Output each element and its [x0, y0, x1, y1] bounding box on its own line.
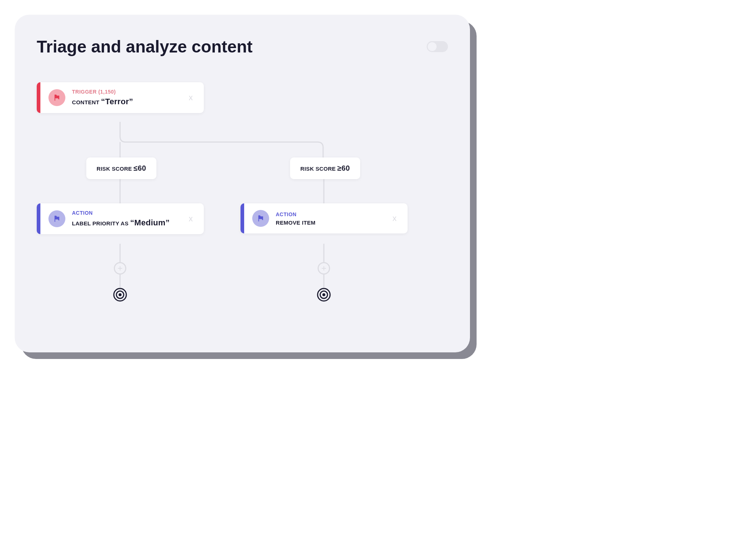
- flag-icon: [252, 210, 269, 227]
- action-left-value: “Medium”: [130, 218, 170, 227]
- card-text: ACTION LABEL PRIORITY AS “Medium”: [72, 210, 179, 228]
- page-title: Triage and analyze content: [37, 37, 253, 57]
- card-accent: [240, 203, 244, 233]
- connector-right: [321, 178, 329, 207]
- action-left-card[interactable]: ACTION LABEL PRIORITY AS “Medium” x: [37, 203, 204, 234]
- condition-right[interactable]: RISK SCORE ≥60: [290, 157, 360, 179]
- svg-point-6: [119, 293, 122, 296]
- close-icon[interactable]: x: [186, 214, 196, 224]
- condition-left-op: ≤60: [134, 164, 146, 172]
- add-step-right[interactable]: +: [318, 262, 330, 275]
- card-body: ACTION LABEL PRIORITY AS “Medium” x: [40, 203, 204, 234]
- close-icon[interactable]: x: [390, 214, 399, 223]
- connector-left: [117, 178, 125, 207]
- condition-right-prefix: RISK SCORE: [300, 166, 337, 172]
- close-icon[interactable]: x: [186, 93, 196, 102]
- trigger-content-value: “Terror”: [101, 97, 133, 106]
- card-body: ACTION REMOVE ITEM x: [244, 203, 408, 233]
- svg-point-9: [322, 293, 325, 296]
- workflow-panel: Triage and analyze content: [15, 15, 470, 352]
- action-right-label: ACTION: [276, 211, 383, 217]
- condition-right-op: ≥60: [337, 164, 350, 172]
- card-text: ACTION REMOVE ITEM: [276, 211, 383, 226]
- trigger-card[interactable]: TRIGGER (1,150) CONTENT “Terror” x: [37, 82, 204, 113]
- action-right-content: REMOVE ITEM: [276, 219, 383, 226]
- card-text: TRIGGER (1,150) CONTENT “Terror”: [72, 89, 179, 106]
- connector-split: [117, 122, 330, 162]
- card-accent: [37, 203, 40, 234]
- flag-icon: [48, 210, 65, 227]
- condition-left-prefix: RISK SCORE: [97, 166, 134, 172]
- add-step-left[interactable]: +: [114, 262, 126, 275]
- card-body: TRIGGER (1,150) CONTENT “Terror” x: [40, 82, 204, 113]
- flag-icon: [48, 89, 65, 106]
- trigger-content: CONTENT “Terror”: [72, 97, 179, 106]
- trigger-label: TRIGGER (1,150): [72, 89, 179, 95]
- target-icon: [113, 288, 127, 302]
- enable-toggle[interactable]: [427, 41, 448, 52]
- action-left-content: LABEL PRIORITY AS “Medium”: [72, 218, 179, 228]
- action-right-card[interactable]: ACTION REMOVE ITEM x: [240, 203, 408, 233]
- condition-left[interactable]: RISK SCORE ≤60: [86, 157, 156, 179]
- action-left-label: ACTION: [72, 210, 179, 216]
- card-accent: [37, 82, 40, 113]
- panel-header: Triage and analyze content: [37, 37, 448, 57]
- workflow-canvas: TRIGGER (1,150) CONTENT “Terror” x RISK …: [37, 82, 448, 339]
- target-icon: [317, 288, 331, 302]
- action-left-prefix: LABEL PRIORITY AS: [72, 220, 130, 226]
- trigger-content-prefix: CONTENT: [72, 99, 101, 105]
